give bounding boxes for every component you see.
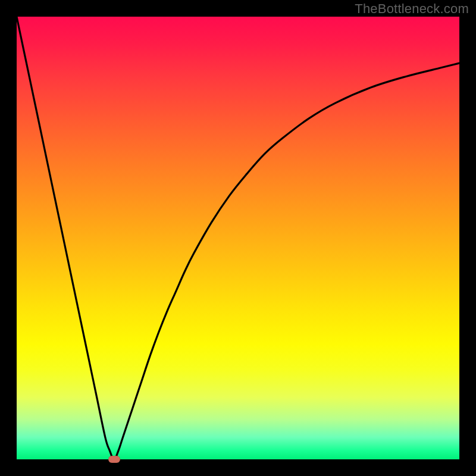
- chart-stage: TheBottleneck.com: [0, 0, 476, 476]
- plot-area: [17, 17, 459, 459]
- bottleneck-curve: [17, 17, 459, 459]
- optimum-marker: [108, 456, 120, 463]
- watermark-text: TheBottleneck.com: [355, 1, 469, 17]
